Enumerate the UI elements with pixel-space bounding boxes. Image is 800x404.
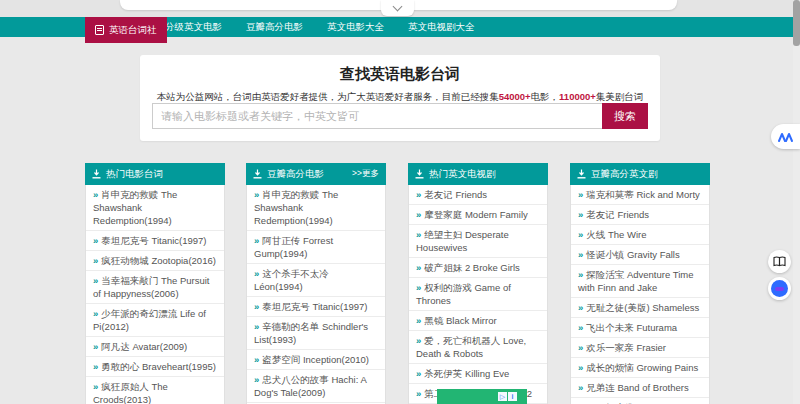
info-icon[interactable]: i: [508, 392, 517, 401]
list-item[interactable]: »飞出个未来 Futurama: [571, 318, 709, 338]
book-icon: [95, 25, 104, 35]
list-item-label: 飞出个未来 Futurama: [586, 322, 677, 333]
chevron-icon: »: [416, 388, 421, 399]
list-item[interactable]: »肖申克的救赎 The Shawshank Redemption(1994): [247, 185, 385, 231]
nav-item[interactable]: 分级英文电影: [156, 21, 231, 34]
list-item-label: 勇敢的心 Braveheart(1995): [101, 361, 216, 372]
column-header: 热门电影台词: [85, 163, 225, 185]
more-link[interactable]: >>更多: [352, 168, 379, 180]
page-scrollbar[interactable]: [793, 0, 800, 404]
list-item[interactable]: »瑞克和莫蒂 Rick and Morty: [571, 185, 709, 205]
episodes-count: 110000+: [559, 91, 596, 102]
list-item[interactable]: »当幸福来敲门 The Pursuit of Happyness(2006): [86, 271, 224, 304]
monica-extension-button[interactable]: [771, 124, 800, 149]
list-item-label: 辛德勒的名单 Schindler's List(1993): [254, 321, 368, 345]
ad-banner[interactable]: ▷ i: [437, 389, 527, 404]
list-item[interactable]: »欢乐一家亲 Frasier: [571, 338, 709, 358]
search-input[interactable]: [152, 103, 602, 129]
list-item[interactable]: »火线 The Wire: [571, 225, 709, 245]
page-title: 查找英语电影台词: [140, 65, 660, 84]
column-title: 热门电影台词: [106, 168, 163, 181]
list-item-label: 权利的游戏 Game of Thrones: [416, 282, 511, 306]
list-item-label: 欢乐一家亲 Frasier: [586, 342, 666, 353]
list-item-label: 爱，死亡和机器人 Love, Death & Robots: [416, 335, 526, 359]
search-button[interactable]: 搜索: [602, 103, 648, 129]
nav-item[interactable]: 英文电影大全: [318, 21, 393, 34]
list-item[interactable]: »破产姐妹 2 Broke Girls: [409, 258, 547, 278]
list-item[interactable]: »这个杀手不太冷 Léon(1994): [247, 264, 385, 297]
list-item-label: 肖申克的救赎 The Shawshank Redemption(1994): [93, 189, 177, 226]
list-item[interactable]: »肖申克的救赎 The Shawshank Redemption(1994): [86, 185, 224, 231]
list-item[interactable]: »阿凡达 Avatar(2009): [86, 337, 224, 357]
reader-extension-button[interactable]: [768, 250, 791, 273]
movies-count: 54000+: [499, 91, 531, 102]
column-header: 豆瓣高分英文剧: [570, 163, 710, 185]
scrollbar-thumb[interactable]: [793, 0, 800, 46]
list-item[interactable]: »盗梦空间 Inception(2010): [247, 350, 385, 370]
list-item[interactable]: »探险活宝 Adventure Time with Finn and Jake: [571, 265, 709, 298]
list-item-label: 成长的烦恼 Growing Pains: [586, 362, 698, 373]
list-item-label: 黑镜 Black Mirror: [424, 315, 496, 326]
chevron-icon: »: [254, 235, 259, 246]
chevron-icon: »: [578, 249, 583, 260]
list-item[interactable]: »成长的烦恼 Growing Pains: [571, 358, 709, 378]
chevron-icon: »: [416, 282, 421, 293]
chevron-icon: »: [578, 209, 583, 220]
list-item[interactable]: »老友记 Friends: [571, 205, 709, 225]
list-item[interactable]: »辛德勒的名单 Schindler's List(1993): [247, 317, 385, 350]
list-item[interactable]: »泰坦尼克号 Titanic(1997): [247, 297, 385, 317]
chevron-icon: »: [254, 374, 259, 385]
list-item-label: 肖申克的救赎 The Shawshank Redemption(1994): [254, 189, 338, 226]
assistant-extension-button[interactable]: [768, 277, 791, 300]
nav-item[interactable]: 英文电视剧大全: [399, 21, 484, 34]
toolbar-collapse-tab[interactable]: [381, 0, 414, 16]
list-item[interactable]: »飞哥与小佛 Phineas and Ferb: [571, 398, 709, 404]
list-item-label: 这个杀手不太冷 Léon(1994): [254, 268, 329, 292]
list-item-label: 摩登家庭 Modern Family: [424, 209, 527, 220]
quote-column: 豆瓣高分电影>>更多»肖申克的救赎 The Shawshank Redempti…: [246, 163, 386, 404]
chevron-icon: »: [416, 209, 421, 220]
chevron-icon: »: [93, 381, 98, 392]
nav-item[interactable]: 豆瓣高分电影: [237, 21, 312, 34]
list-item[interactable]: »少年派的奇幻漂流 Life of Pi(2012): [86, 304, 224, 337]
list-item[interactable]: »摩登家庭 Modern Family: [409, 205, 547, 225]
column-title: 热门英文电视剧: [429, 168, 496, 181]
chevron-icon: »: [578, 269, 583, 280]
chevron-icon: »: [416, 262, 421, 273]
column-list: »老友记 Friends»摩登家庭 Modern Family»绝望主妇 Des…: [408, 185, 548, 404]
list-item[interactable]: »疯狂动物城 Zootopia(2016): [86, 251, 224, 271]
list-item[interactable]: »无耻之徒(美版) Shameless: [571, 298, 709, 318]
list-item[interactable]: »黑镜 Black Mirror: [409, 311, 547, 331]
list-item[interactable]: »阿甘正传 Forrest Gump(1994): [247, 231, 385, 264]
list-icon: [253, 169, 262, 179]
list-item[interactable]: »疯狂原始人 The Croods(2013): [86, 377, 224, 404]
chevron-icon: »: [578, 189, 583, 200]
nav-menu: 分级英文电影豆瓣高分电影英文电影大全英文电视剧大全: [156, 17, 490, 37]
list-item[interactable]: »泰坦尼克号 Titanic(1997): [86, 231, 224, 251]
adchoices-icon[interactable]: ▷: [498, 392, 507, 401]
list-item[interactable]: »老友记 Friends: [409, 185, 547, 205]
list-item-label: 泰坦尼克号 Titanic(1997): [101, 235, 206, 246]
chevron-icon: »: [578, 382, 583, 393]
list-item-label: 盗梦空间 Inception(2010): [262, 354, 369, 365]
list-item-label: 老友记 Friends: [586, 209, 649, 220]
list-item-label: 兄弟连 Band of Brothers: [586, 382, 688, 393]
desc-text: 电影，: [531, 91, 560, 102]
monica-logo-icon: [778, 131, 794, 143]
chevron-down-icon: [393, 2, 403, 12]
list-item-label: 阿凡达 Avatar(2009): [101, 341, 187, 352]
list-item[interactable]: »怪诞小镇 Gravity Falls: [571, 245, 709, 265]
chevron-icon: »: [93, 361, 98, 372]
list-item[interactable]: »忠犬八公的故事 Hachi: A Dog's Tale(2009): [247, 370, 385, 403]
list-item[interactable]: »绝望主妇 Desperate Housewives: [409, 225, 547, 258]
desc-text: 本站为公益网站，台词由英语爱好者提供，为广大英语爱好者服务，目前已经搜集: [157, 91, 499, 102]
list-item-label: 怪诞小镇 Gravity Falls: [586, 249, 679, 260]
site-logo[interactable]: 英语台词社: [85, 17, 167, 43]
list-item[interactable]: »兄弟连 Band of Brothers: [571, 378, 709, 398]
list-item[interactable]: »杀死伊芙 Killing Eve: [409, 364, 547, 384]
list-item[interactable]: »权利的游戏 Game of Thrones: [409, 278, 547, 311]
list-item[interactable]: »爱，死亡和机器人 Love, Death & Robots: [409, 331, 547, 364]
list-icon: [92, 169, 101, 179]
chevron-icon: »: [254, 354, 259, 365]
list-item[interactable]: »勇敢的心 Braveheart(1995): [86, 357, 224, 377]
